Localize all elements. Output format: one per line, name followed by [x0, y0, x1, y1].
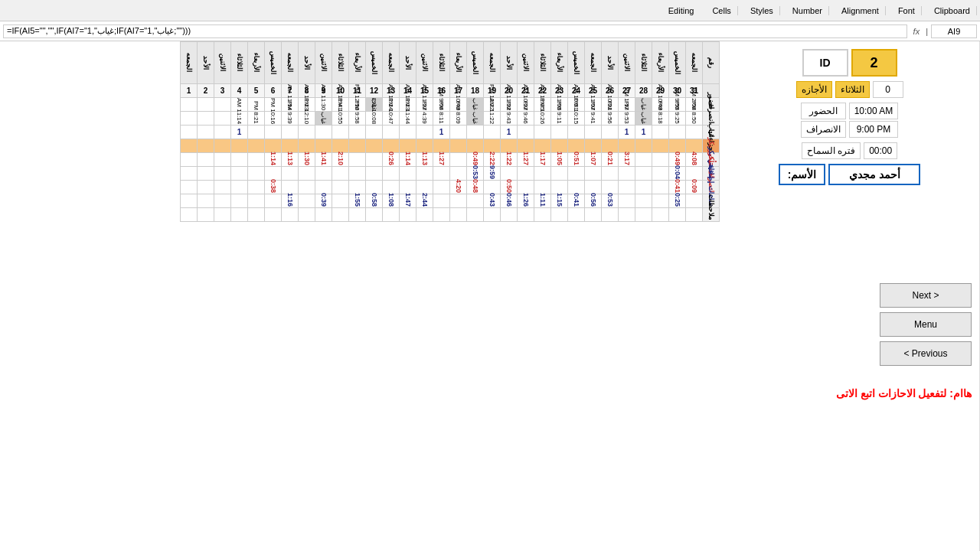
next-button[interactable]: < Next — [880, 283, 972, 308]
pen-21 — [518, 139, 534, 153]
ex-6 — [265, 194, 282, 208]
ex-29 — [652, 194, 669, 208]
late-27: 3:17 — [619, 153, 635, 167]
el-6: 0:38 — [265, 181, 282, 194]
editing-section: Editing — [662, 6, 701, 15]
el-31: 0:09 — [686, 181, 703, 194]
ex-23: 1:15 — [551, 194, 568, 208]
note-21 — [518, 208, 534, 222]
ex-27 — [619, 194, 635, 208]
note-26 — [602, 208, 619, 222]
absence-row: غياب 1 1 1 1 — [181, 126, 720, 139]
el-30: 0:41 — [669, 181, 686, 194]
ea-10 — [332, 167, 349, 181]
day-25: الجمعه — [585, 42, 602, 84]
pen-23 — [551, 139, 568, 153]
late-10: 2:10 — [332, 153, 349, 167]
ea-6 — [265, 167, 282, 181]
el-3 — [214, 181, 231, 194]
cell-reference[interactable] — [931, 24, 977, 38]
dep-13: 10:47 PM — [383, 112, 400, 126]
el-22 — [534, 181, 551, 194]
abs-16: 1 — [433, 126, 450, 139]
menu-button[interactable]: Menu — [880, 312, 972, 337]
ex-5 — [248, 194, 265, 208]
el-25 — [585, 181, 602, 194]
ea-12 — [366, 167, 383, 181]
ea-1 — [181, 167, 198, 181]
note-18 — [467, 208, 484, 222]
late-7: 1:13 — [282, 153, 299, 167]
alignment-section: Alignment — [835, 6, 886, 15]
dep-30: 9:25 PM — [669, 112, 686, 126]
previous-button[interactable]: Previous > — [880, 341, 972, 366]
employee-name: أحمد مجدي — [828, 164, 920, 185]
dep-20: 9:43 PM — [501, 112, 518, 126]
abs-13 — [383, 126, 400, 139]
ea-30: 0:04 — [669, 167, 686, 181]
pen-26 — [602, 139, 619, 153]
late-11 — [349, 153, 366, 167]
late-15: 1:13 — [416, 153, 433, 167]
dep-26: 9:56 PM — [602, 112, 619, 126]
el-27 — [619, 181, 635, 194]
note-7 — [282, 208, 299, 222]
abs-1 — [181, 126, 198, 139]
departure-label: الانصراف — [801, 121, 846, 138]
ex-18 — [467, 194, 484, 208]
pen-16 — [433, 139, 450, 153]
note-19 — [484, 208, 501, 222]
day-31: الجمعه — [686, 42, 703, 84]
formula-input[interactable] — [3, 24, 907, 38]
pen-17 — [450, 139, 467, 153]
num-28: 28 — [635, 84, 652, 98]
day-24: الخميس — [568, 42, 585, 84]
dep-27: 9:53 PM — [619, 112, 635, 126]
ea-15 — [416, 167, 433, 181]
ex-1 — [181, 194, 198, 208]
arr-28: غياب — [635, 98, 652, 112]
abs-22 — [534, 126, 551, 139]
pen-1 — [181, 139, 198, 153]
spreadsheet-area[interactable]: رقم الجمعه الخميس الأربعاء الثلاثاء الاث… — [0, 41, 720, 551]
day-13: الجمعه — [383, 42, 400, 84]
ex-22: 1:11 — [534, 194, 551, 208]
arr-1 — [181, 98, 198, 112]
font-section: Font — [892, 6, 922, 15]
note-10 — [332, 208, 349, 222]
abs-27: 1 — [619, 126, 635, 139]
pen-20 — [501, 139, 518, 153]
times-row: 10:00 AM 9:00 PM الحضور الانصراف — [727, 103, 972, 138]
note-17 — [450, 208, 467, 222]
day-11: الأربعاء — [349, 42, 366, 84]
late-12 — [366, 153, 383, 167]
note-13 — [383, 208, 400, 222]
late-17 — [450, 153, 467, 167]
permission-time: 00:00 — [864, 142, 897, 159]
day-10: الثلاثاء — [332, 42, 349, 84]
pen-5 — [248, 139, 265, 153]
number-label: Number — [792, 6, 822, 15]
ea-5 — [248, 167, 265, 181]
note-30 — [669, 208, 686, 222]
abs-11 — [349, 126, 366, 139]
notes-row: ملاحظات — [181, 208, 720, 222]
ea-18: 0:53 — [467, 167, 484, 181]
el-13 — [383, 181, 400, 194]
dep-4: 11:14 AM — [231, 112, 248, 126]
note-3 — [214, 208, 231, 222]
abs-5 — [248, 126, 265, 139]
note-9 — [315, 208, 332, 222]
day-27: الاثنين — [619, 42, 635, 84]
day-16: الثلاثاء — [433, 42, 450, 84]
abs-17 — [450, 126, 467, 139]
arr-9: 11:30 AM — [315, 98, 332, 112]
ex-31 — [686, 194, 703, 208]
ea-13 — [383, 167, 400, 181]
ex-30: 0:25 — [669, 194, 686, 208]
ea-26 — [602, 167, 619, 181]
el-17: 4:20 — [450, 181, 467, 194]
ea-27 — [619, 167, 635, 181]
day-18: الخميس — [467, 42, 484, 84]
ea-23 — [551, 167, 568, 181]
